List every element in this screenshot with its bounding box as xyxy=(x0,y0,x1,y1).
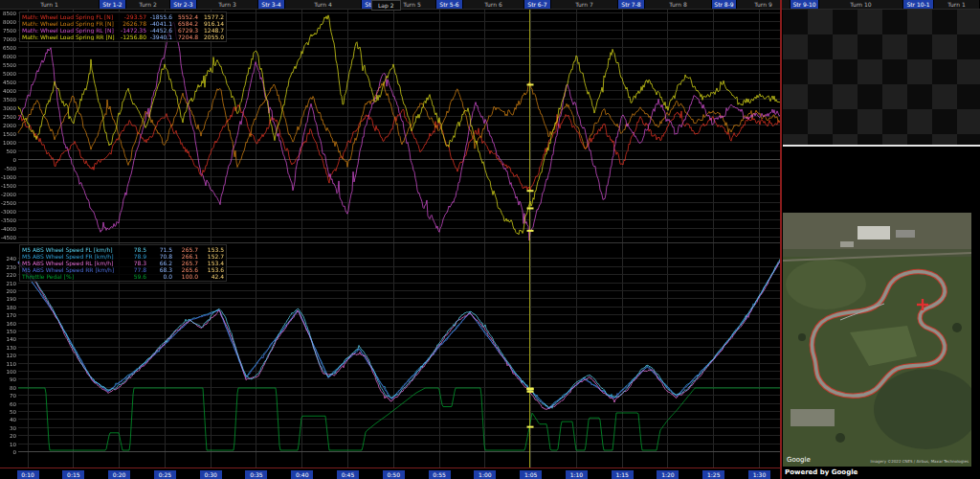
time-tick-label: 1:20 xyxy=(657,470,679,479)
legend-row[interactable]: M5 ABS Wheel Speed FL [km/h]78.571.5265.… xyxy=(22,246,224,253)
time-tick-label: 0:30 xyxy=(200,470,222,479)
max-value: 5552.4 xyxy=(172,13,198,20)
time-tick-label: 0:40 xyxy=(291,470,313,479)
powered-by-google-label: Powered by Google xyxy=(785,468,858,476)
avg-value: 152.7 xyxy=(198,253,224,260)
track-map[interactable]: Google Imagery ©2022 CNES / Airbus, Maxa… xyxy=(783,213,971,467)
channel-label: Math: Wheel Load Spring RR [N] xyxy=(22,34,121,40)
segment-str[interactable]: Str 7-8 xyxy=(618,0,645,9)
max-value: 6729.3 xyxy=(172,27,198,34)
segment-str[interactable]: Str 2-3 xyxy=(170,0,197,9)
cursor-value: 59.6 xyxy=(121,273,146,280)
time-tick-label: 0:20 xyxy=(108,470,130,479)
min-value: -4452.6 xyxy=(146,27,172,34)
max-value: 265.7 xyxy=(172,246,198,253)
time-tick-label: 0:50 xyxy=(383,470,405,479)
channel-label: Math: Wheel Load Spring RL [N] xyxy=(22,27,121,34)
segment-turn[interactable]: Turn 4 xyxy=(285,0,362,9)
avg-value: 1577.2 xyxy=(198,13,224,20)
time-tick-label: 1:05 xyxy=(520,470,542,479)
segment-str[interactable]: Str 6-7 xyxy=(524,0,551,9)
google-watermark: Google xyxy=(787,456,811,464)
min-value: -3940.1 xyxy=(146,34,172,40)
min-value: 70.8 xyxy=(146,253,172,260)
map-building-small xyxy=(840,241,854,247)
max-value: 265.7 xyxy=(172,260,198,266)
avg-value: 916.14 xyxy=(198,20,224,27)
segment-str[interactable]: Str 10-1 xyxy=(903,0,934,9)
segment-str[interactable]: Str 8-9 xyxy=(712,0,737,9)
channel-label: Math: Wheel Load Spring FR [N] xyxy=(22,20,121,27)
segment-turn[interactable]: Turn 1 xyxy=(934,0,980,9)
channel-label: Throttle Pedal [%] xyxy=(22,273,121,280)
legend-row[interactable]: M5 ABS Wheel Speed FR [km/h]78.970.8266.… xyxy=(22,253,224,260)
segment-str[interactable]: Str 1-2 xyxy=(100,0,126,9)
min-value: 0.0 xyxy=(146,273,172,280)
avg-value: 2055.0 xyxy=(198,34,224,40)
segment-turn[interactable]: Turn 8 xyxy=(645,0,712,9)
cursor-value: -293.57 xyxy=(121,13,146,20)
time-tick-label: 0:25 xyxy=(154,470,176,479)
pane-splitter[interactable] xyxy=(780,0,782,479)
map-field-patch xyxy=(786,260,866,309)
map-trees xyxy=(952,323,962,332)
segment-turn[interactable]: Turn 3 xyxy=(197,0,258,9)
segment-str[interactable]: Str 3-4 xyxy=(258,0,285,9)
min-value: -1855.6 xyxy=(146,13,172,20)
segment-str[interactable]: Str 5-6 xyxy=(436,0,463,9)
segment-turn[interactable]: Turn 6 xyxy=(463,0,524,9)
avg-value: 153.4 xyxy=(198,260,224,266)
cursor-value: 78.5 xyxy=(121,246,146,253)
legend-row[interactable]: Math: Wheel Load Spring RR [N]-1256.80-3… xyxy=(22,34,224,40)
checkered-flag-panel xyxy=(783,10,980,145)
segment-turn[interactable]: Turn 10 xyxy=(819,0,903,9)
map-pit-building xyxy=(858,226,890,240)
lap-indicator[interactable]: Lap 2 xyxy=(371,0,401,11)
channel-label: M5 ABS Wheel Speed RL [km/h] xyxy=(22,260,121,266)
cursor-value: 2626.78 xyxy=(121,20,146,27)
panel-divider xyxy=(783,145,980,147)
segment-turn[interactable]: Turn 2 xyxy=(126,0,170,9)
segment-turn[interactable]: Turn 7 xyxy=(551,0,618,9)
legend-row[interactable]: Math: Wheel Load Spring FR [N]2626.78-40… xyxy=(22,20,224,27)
legend-row[interactable]: M5 ABS Wheel Speed RL [km/h]78.366.2265.… xyxy=(22,260,224,266)
time-tick-label: 1:10 xyxy=(566,470,588,479)
min-value: 68.3 xyxy=(146,266,172,273)
time-tick-label: 0:45 xyxy=(337,470,359,479)
max-value: 7204.8 xyxy=(172,34,198,40)
time-tick-label: 0:15 xyxy=(62,470,84,479)
legend-row[interactable]: Throttle Pedal [%]59.60.0100.042.4 xyxy=(22,273,224,280)
cursor-value: -1472.35 xyxy=(121,27,146,34)
min-value: -4041.1 xyxy=(146,20,172,27)
cursor-value: -1256.80 xyxy=(121,34,146,40)
wheel-load-chart-canvas[interactable] xyxy=(0,10,781,242)
map-trees xyxy=(798,333,806,341)
legend-row[interactable]: M5 ABS Wheel Speed RR [km/h]77.868.3265.… xyxy=(22,266,224,273)
segment-turn[interactable]: Turn 1 xyxy=(0,0,100,9)
segment-str[interactable]: Str 9-10 xyxy=(791,0,819,9)
time-tick-label: 0:10 xyxy=(17,470,39,479)
channel-label: M5 ABS Wheel Speed RR [km/h] xyxy=(22,266,121,273)
segment-turn[interactable]: Turn 9 xyxy=(737,0,791,9)
telemetry-app: { "top_bar": { "lap_label": "Lap 2", "se… xyxy=(0,0,980,479)
legend-row[interactable]: Math: Wheel Load Spring FL [N]-293.57-18… xyxy=(22,13,224,20)
wheel-load-legend: Math: Wheel Load Spring FL [N]-293.57-18… xyxy=(19,11,227,42)
avg-value: 42.4 xyxy=(198,273,224,280)
avg-value: 1248.7 xyxy=(198,27,224,34)
time-tick-label: 1:25 xyxy=(702,470,724,479)
min-value: 71.5 xyxy=(146,246,172,253)
wheel-speed-legend: M5 ABS Wheel Speed FL [km/h]78.571.5265.… xyxy=(19,244,227,282)
avg-value: 153.6 xyxy=(198,266,224,273)
time-tick-label: 0:35 xyxy=(245,470,267,479)
legend-row[interactable]: Math: Wheel Load Spring RL [N]-1472.35-4… xyxy=(22,27,224,34)
cursor-value: 77.8 xyxy=(121,266,146,273)
max-value: 100.0 xyxy=(172,273,198,280)
time-axis: 0:100:150:200:250:300:350:400:450:500:55… xyxy=(0,468,781,479)
map-building xyxy=(896,230,915,238)
map-parking-lot xyxy=(791,409,835,426)
cursor-value: 78.9 xyxy=(121,253,146,260)
time-tick-label: 1:00 xyxy=(474,470,496,479)
max-value: 6584.2 xyxy=(172,20,198,27)
cursor-value: 78.3 xyxy=(121,260,146,266)
track-map-svg: Google Imagery ©2022 CNES / Airbus, Maxa… xyxy=(783,213,971,467)
